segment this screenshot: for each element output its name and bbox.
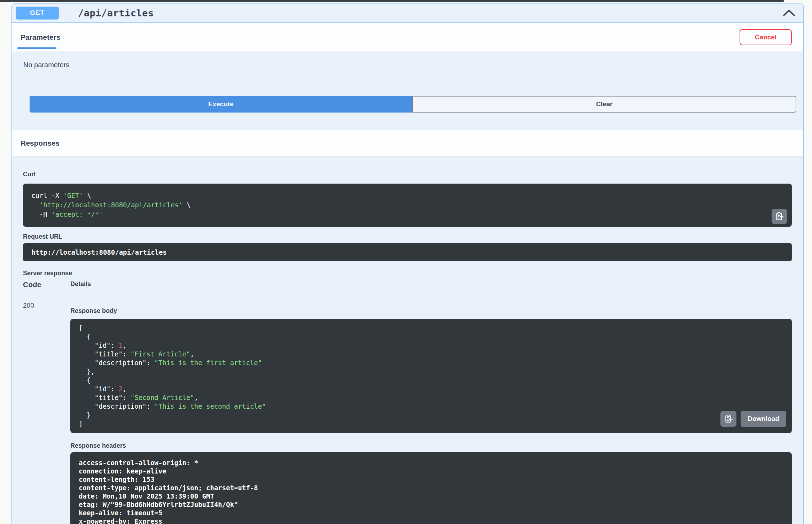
details-cell: Response body <box>70 302 792 524</box>
responses-section-title: Responses <box>21 139 60 147</box>
header-line: etag: W/"99-Bbd6hHdb6YrlrbtZJubuII4h/Qk" <box>79 500 783 509</box>
active-tab-underline <box>17 47 56 49</box>
code-line: "description": "This is the second artic… <box>79 402 783 411</box>
code-line: 'http://localhost:8080/api/articles' \ <box>31 200 783 210</box>
server-response-label: Server response <box>23 270 792 277</box>
header-line: content-type: application/json; charset=… <box>79 484 783 492</box>
header-line: date: Mon,10 Nov 2025 13:39:00 GMT <box>79 492 783 500</box>
tab-header-band: Parameters Cancel <box>11 23 803 52</box>
endpoint-path: /api/articles <box>78 8 154 18</box>
server-response-table: Code Details 200 Response body <box>23 280 792 524</box>
execute-row: Execute Clear <box>30 96 796 113</box>
code-line: }, <box>79 367 783 376</box>
header-line: keep-alive: timeout=5 <box>79 509 783 517</box>
code-line: [ <box>79 324 783 332</box>
table-row: 200 Response body <box>23 302 792 524</box>
operation-summary[interactable]: GET /api/articles <box>11 3 803 23</box>
copy-curl-button[interactable] <box>772 209 787 224</box>
curl-label: Curl <box>23 171 792 178</box>
code-column-header: Code <box>23 280 70 289</box>
operation-panel: GET /api/articles Parameters Cancel No p… <box>11 3 804 524</box>
details-column-header: Details <box>70 280 91 289</box>
response-headers-block: access-control-allow-origin: *connection… <box>70 452 792 524</box>
response-body-controls: Download <box>720 411 786 427</box>
clear-button[interactable]: Clear <box>412 96 796 113</box>
header-line: access-control-allow-origin: * <box>79 458 783 467</box>
code-line: "title": "First Article", <box>79 350 783 359</box>
header-line: content-length: 153 <box>79 475 783 484</box>
curl-command-block: curl -X 'GET' \ 'http://localhost:8080/a… <box>23 184 792 227</box>
clipboard-copy-icon <box>724 414 733 423</box>
response-body-label: Response body <box>70 307 792 315</box>
clipboard-copy-icon <box>775 212 784 221</box>
server-response-table-header: Code Details <box>23 280 792 294</box>
tab-parameters[interactable]: Parameters <box>21 33 60 41</box>
status-code: 200 <box>23 302 70 524</box>
request-url-label: Request URL <box>23 233 792 240</box>
copy-response-button[interactable] <box>720 411 736 427</box>
header-line: x-powered-by: Express <box>79 517 783 524</box>
code-line: { <box>79 332 783 341</box>
header-line: connection: keep-alive <box>79 467 783 475</box>
no-parameters-text: No parameters <box>11 52 803 83</box>
download-button[interactable]: Download <box>741 411 786 427</box>
request-url-value: http://localhost:8080/api/articles <box>23 243 792 261</box>
code-line: "id": 2, <box>79 385 783 393</box>
response-headers-label: Response headers <box>70 442 792 449</box>
responses-section-header: Responses <box>11 130 803 157</box>
code-line: "description": "This is the first articl… <box>79 359 783 367</box>
code-line: { <box>79 376 783 385</box>
responses-content: Curl curl -X 'GET' \ 'http://localhost:8… <box>11 171 803 524</box>
code-line: -H 'accept: */*' <box>31 210 783 219</box>
code-line: curl -X 'GET' \ <box>31 191 783 200</box>
code-line: ] <box>79 419 783 428</box>
top-edge-bar <box>0 0 784 2</box>
collapse-button[interactable] <box>781 8 797 18</box>
execute-button[interactable]: Execute <box>30 96 412 113</box>
code-line: } <box>79 411 783 419</box>
method-badge-get: GET <box>16 7 59 20</box>
code-line: "title": "Second Article", <box>79 393 783 402</box>
response-body-block: Download [ { "id": 1, "title": "First Ar… <box>70 319 792 433</box>
code-line: "id": 1, <box>79 341 783 350</box>
cancel-button[interactable]: Cancel <box>740 29 792 45</box>
chevron-up-icon <box>782 9 796 17</box>
